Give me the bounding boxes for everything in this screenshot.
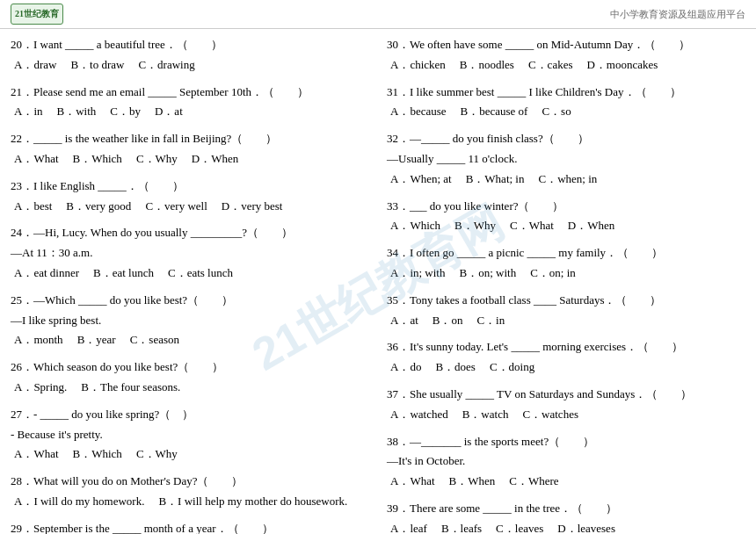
option-q21-0: A．in — [14, 103, 43, 121]
option-q39-3: D．leaveses — [557, 520, 615, 534]
option-q20-1: B．to draw — [70, 56, 124, 75]
question-sub-q25: —I like spring best. — [11, 312, 369, 330]
question-block-q33: 33．___ do you like winter?（ ）A．WhichB．Wh… — [387, 198, 745, 236]
question-text-q21: 21．Please send me an email _____ Septemb… — [11, 83, 369, 102]
question-block-q28: 28．What will you do on Mother's Day?（ ）A… — [11, 473, 369, 511]
question-text-q39: 39．There are some _____ in the tree．（ ） — [387, 500, 745, 518]
option-q25-2: C．season — [130, 331, 179, 350]
option-q23-2: C．very well — [145, 198, 207, 216]
options-row-q38: A．WhatB．WhenC．Where — [387, 473, 745, 491]
options-row-q28: A．I will do my homework.B．I will help my… — [11, 493, 369, 511]
option-q32-0: A．When; at — [390, 170, 452, 189]
options-row-q30: A．chickenB．noodlesC．cakesD．mooncakes — [387, 56, 745, 75]
question-block-q36: 36．It's sunny today. Let's _____ morning… — [387, 338, 745, 377]
option-q34-1: B．on; with — [459, 264, 516, 283]
option-q33-1: B．Why — [454, 217, 496, 235]
option-q21-2: C．by — [110, 103, 141, 121]
question-block-q35: 35．Tony takes a football class ____ Satu… — [387, 292, 745, 330]
question-block-q31: 31．I like summer best _____ I like Child… — [387, 83, 745, 122]
option-q39-1: B．leafs — [441, 520, 482, 534]
option-q34-2: C．on; in — [530, 264, 576, 283]
option-q28-1: B．I will help my mother do housework. — [158, 493, 347, 511]
option-q36-2: C．doing — [490, 358, 534, 377]
option-q23-3: D．very best — [222, 198, 283, 216]
option-q26-1: B．The four seasons. — [81, 379, 180, 397]
question-text-q26: 26．Which season do you like best?（ ） — [11, 358, 369, 377]
option-q31-0: A．because — [390, 103, 447, 121]
option-q22-2: C．Why — [136, 150, 178, 169]
question-block-q39: 39．There are some _____ in the tree．（ ）A… — [387, 500, 745, 534]
option-q27-2: C．Why — [136, 445, 178, 464]
option-q33-3: D．When — [568, 217, 614, 235]
options-row-q32: A．When; atB．What; inC．when; in — [387, 170, 745, 189]
option-q22-1: B．Which — [73, 150, 122, 169]
header: 21世纪教育 中小学教育资源及组题应用平台 — [0, 0, 756, 29]
option-q26-0: A．Spring. — [14, 379, 67, 397]
option-q36-1: B．does — [435, 358, 476, 377]
option-q31-2: C．so — [542, 103, 571, 121]
question-block-q32: 32．—_____ do you finish class?（ ）—Usuall… — [387, 130, 745, 188]
question-text-q22: 22．_____ is the weather like in fall in … — [11, 130, 369, 148]
question-block-q30: 30．We often have some _____ on Mid-Autum… — [387, 36, 745, 75]
question-block-q27: 27．- _____ do you like spring?（ ）- Becau… — [11, 406, 369, 464]
question-text-q38: 38．—_______ is the sports meet?（ ） — [387, 433, 745, 451]
option-q23-1: B．very good — [66, 198, 131, 216]
option-q22-0: A．What — [14, 150, 59, 169]
logo-icon: 21世纪教育 — [11, 4, 63, 25]
question-sub-q38: —It's in October. — [387, 452, 745, 471]
question-text-q29: 29．September is the _____ month of a yea… — [11, 520, 369, 534]
question-text-q27: 27．- _____ do you like spring?（ ） — [11, 406, 369, 424]
question-block-q29: 29．September is the _____ month of a yea… — [11, 520, 369, 534]
option-q39-2: C．leaves — [496, 520, 543, 534]
main-content: 20．I want _____ a beautiful tree．（ ）A．dr… — [0, 29, 756, 534]
platform-label: 中小学教育资源及组题应用平台 — [610, 8, 745, 21]
option-q37-1: B．watch — [462, 406, 509, 424]
option-q33-2: C．What — [510, 217, 554, 235]
options-row-q20: A．drawB．to drawC．drawing — [11, 56, 369, 75]
options-row-q39: A．leafB．leafsC．leavesD．leaveses — [387, 520, 745, 534]
question-block-q25: 25．—Which _____ do you like best?（ ）—I l… — [11, 292, 369, 350]
question-block-q21: 21．Please send me an email _____ Septemb… — [11, 83, 369, 122]
options-row-q24: A．eat dinnerB．eat lunchC．eats lunch — [11, 264, 369, 283]
option-q38-0: A．What — [390, 473, 435, 491]
options-row-q26: A．Spring.B．The four seasons. — [11, 379, 369, 397]
option-q30-0: A．chicken — [390, 56, 446, 75]
question-block-q22: 22．_____ is the weather like in fall in … — [11, 130, 369, 169]
right-column: 30．We often have some _____ on Mid-Autum… — [387, 36, 745, 534]
option-q21-1: B．with — [57, 103, 97, 121]
options-row-q37: A．watchedB．watchC．watches — [387, 406, 745, 424]
option-q38-1: B．When — [449, 473, 496, 491]
option-q35-1: B．on — [433, 312, 463, 330]
option-q21-3: D．at — [155, 103, 183, 121]
option-q32-2: C．when; in — [538, 170, 597, 189]
option-q32-1: B．What; in — [466, 170, 525, 189]
option-q24-0: A．eat dinner — [14, 264, 79, 283]
question-block-q23: 23．I like English _____．（ ）A．bestB．very … — [11, 177, 369, 216]
option-q20-2: C．drawing — [138, 56, 194, 75]
question-text-q23: 23．I like English _____．（ ） — [11, 177, 369, 196]
logo-area: 21世纪教育 — [11, 4, 63, 25]
question-text-q20: 20．I want _____ a beautiful tree．（ ） — [11, 36, 369, 54]
question-text-q24: 24．—Hi, Lucy. When do you usually ______… — [11, 224, 369, 242]
option-q30-2: C．cakes — [528, 56, 573, 75]
options-row-q23: A．bestB．very goodC．very wellD．very best — [11, 198, 369, 216]
options-row-q21: A．inB．withC．byD．at — [11, 103, 369, 121]
options-row-q34: A．in; withB．on; withC．on; in — [387, 264, 745, 283]
question-sub-q24: —At 11：30 a.m. — [11, 244, 369, 263]
option-q25-0: A．month — [14, 331, 63, 350]
option-q35-0: A．at — [390, 312, 418, 330]
option-q33-0: A．Which — [390, 217, 440, 235]
option-q31-1: B．because of — [461, 103, 528, 121]
option-q38-2: C．Where — [509, 473, 558, 491]
question-text-q32: 32．—_____ do you finish class?（ ） — [387, 130, 745, 148]
logo-text: 21世纪教育 — [15, 8, 59, 20]
option-q27-0: A．What — [14, 445, 59, 464]
option-q20-0: A．draw — [14, 56, 56, 75]
options-row-q35: A．atB．onC．in — [387, 312, 745, 330]
options-row-q27: A．WhatB．WhichC．Why — [11, 445, 369, 464]
question-text-q36: 36．It's sunny today. Let's _____ morning… — [387, 338, 745, 357]
options-row-q33: A．WhichB．WhyC．WhatD．When — [387, 217, 745, 235]
option-q30-1: B．noodles — [460, 56, 514, 75]
question-text-q34: 34．I often go _____ a picnic _____ my fa… — [387, 244, 745, 263]
options-row-q22: A．WhatB．WhichC．WhyD．When — [11, 150, 369, 169]
